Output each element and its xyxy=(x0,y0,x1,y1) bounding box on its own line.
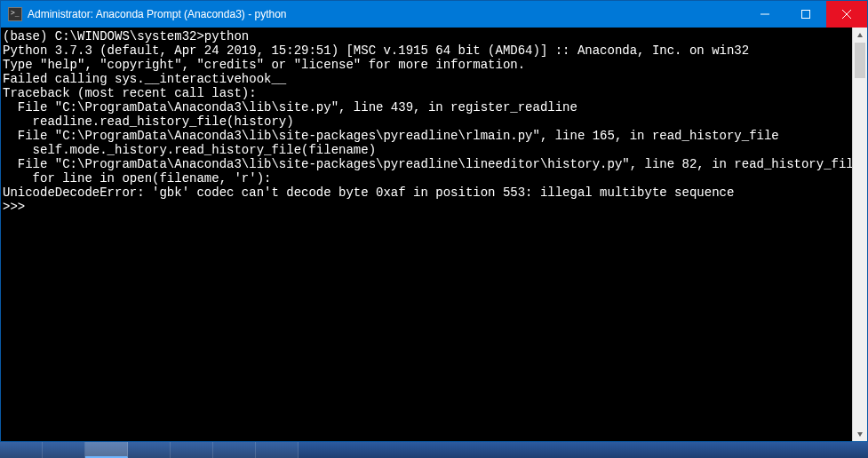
terminal-output[interactable]: (base) C:\WINDOWS\system32>python Python… xyxy=(1,28,852,441)
taskbar-item[interactable] xyxy=(213,442,256,458)
scroll-down-button[interactable] xyxy=(853,426,867,441)
taskbar-item[interactable] xyxy=(256,442,299,458)
svg-marker-5 xyxy=(857,432,863,437)
taskbar-item[interactable] xyxy=(171,442,213,458)
minimize-button[interactable] xyxy=(745,1,785,28)
close-icon xyxy=(842,10,851,19)
maximize-icon xyxy=(801,10,810,19)
minimize-icon xyxy=(760,10,769,19)
titlebar[interactable]: Administrator: Anaconda Prompt (Anaconda… xyxy=(1,1,867,28)
vertical-scrollbar[interactable] xyxy=(852,28,867,441)
close-button[interactable] xyxy=(826,1,867,28)
client-area: (base) C:\WINDOWS\system32>python Python… xyxy=(1,28,867,441)
taskbar-item[interactable] xyxy=(0,442,43,458)
chevron-up-icon xyxy=(856,32,864,39)
svg-marker-4 xyxy=(857,33,863,37)
scroll-up-button[interactable] xyxy=(853,28,867,43)
taskbar-item[interactable] xyxy=(128,442,171,458)
window-title: Administrator: Anaconda Prompt (Anaconda… xyxy=(28,8,287,20)
scroll-track[interactable] xyxy=(853,43,867,426)
console-window: Administrator: Anaconda Prompt (Anaconda… xyxy=(0,0,868,442)
taskbar[interactable] xyxy=(0,442,868,458)
taskbar-item[interactable] xyxy=(85,442,128,458)
taskbar-item[interactable] xyxy=(43,442,85,458)
maximize-button[interactable] xyxy=(785,1,826,28)
svg-rect-1 xyxy=(802,11,810,19)
chevron-down-icon xyxy=(856,430,864,438)
app-icon xyxy=(8,7,22,21)
scroll-thumb[interactable] xyxy=(855,43,865,78)
